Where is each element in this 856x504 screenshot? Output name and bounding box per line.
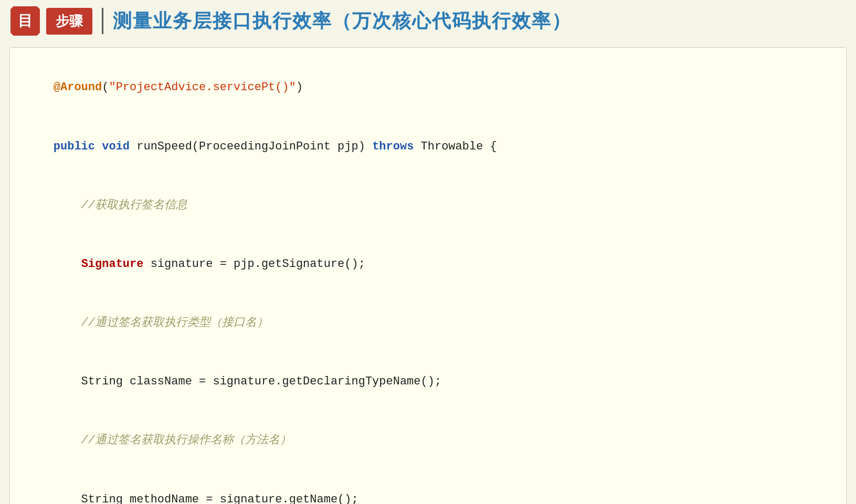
- page-title: 测量业务层接口执行效率（万次核心代码执行效率）: [113, 8, 572, 34]
- code-line-7: //通过签名获取执行操作名称（方法名）: [26, 411, 830, 470]
- code-line-5: //通过签名获取执行类型（接口名）: [26, 294, 830, 352]
- header: 目 步骤 测量业务层接口执行效率（万次核心代码执行效率）: [0, 0, 856, 42]
- header-icon: 目: [10, 6, 40, 36]
- code-container: @Around("ProjectAdvice.servicePt()") pub…: [9, 47, 847, 504]
- code-line-8: String methodName = signature.getName();: [26, 470, 830, 504]
- code-line-3: //获取执行签名信息: [26, 176, 830, 234]
- annotation: @Around: [54, 81, 102, 94]
- step-badge: 步骤: [46, 8, 92, 35]
- header-divider: [102, 8, 103, 34]
- code-line-2: public void runSpeed(ProceedingJoinPoint…: [26, 117, 830, 176]
- code-line-6: String className = signature.getDeclarin…: [26, 352, 830, 411]
- code-line-4: Signature signature = pjp.getSignature()…: [26, 235, 830, 294]
- code-line-1: @Around("ProjectAdvice.servicePt()"): [26, 58, 830, 117]
